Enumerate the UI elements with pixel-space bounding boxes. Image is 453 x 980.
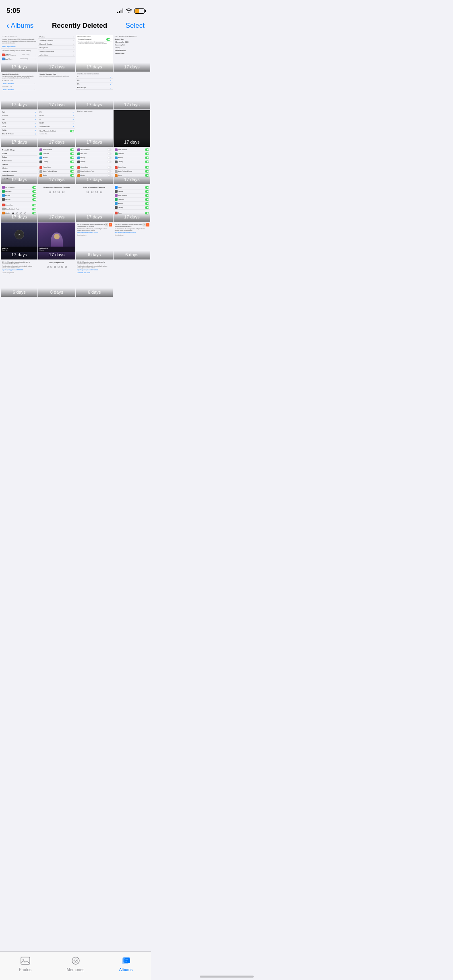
cell-label: 17 days — [1, 63, 37, 72]
photo-cell[interactable]: iOS 11.2.2 provides a security update an… — [114, 222, 150, 259]
photo-cell[interactable]: ONLY ALLOW THESE WEBSITES: 9+✓ 12+✓ 17+✓… — [76, 72, 113, 109]
cell-label: 17 days — [76, 63, 113, 72]
cell-label: 17 days — [38, 213, 75, 222]
photo-cell[interactable]: Trinidad & Tobago Tunisia Turkey Turkmen… — [1, 148, 37, 184]
photo-cell[interactable]: ONLY ALLOW THESE WEBSITES: Apple – Start… — [114, 35, 150, 72]
photo-grid: LOCATION SERVICES Location Services uses… — [0, 35, 151, 297]
photo-cell[interactable]: Safari Camera Siri & — [114, 185, 150, 222]
cell-label: 17 days — [76, 213, 113, 222]
photo-cell[interactable]: LOCATION SERVICES Location Services uses… — [1, 35, 37, 72]
photo-cell[interactable]: Siri & Dictation FaceTime — [114, 148, 150, 184]
back-chevron-icon: ‹ — [6, 21, 9, 30]
back-label: Albums — [11, 22, 34, 30]
photo-cell[interactable]: Siri & Dictation FaceTime — [76, 148, 113, 184]
photo-cell[interactable]: Siri & Dictation FaceTime — [1, 185, 37, 222]
photo-cell[interactable]: 17 days — [114, 72, 150, 109]
cell-label: 17 days — [76, 101, 113, 109]
status-icons — [117, 8, 145, 14]
cell-label: 17 days — [38, 175, 75, 184]
photo-cell[interactable]: New Music Playlists 17 days — [38, 222, 75, 259]
cell-label: 6 days — [114, 251, 150, 259]
cell-label: 6 days — [1, 288, 37, 297]
cell-label: 17 days — [114, 175, 150, 184]
photo-cell[interactable]: Enter a Restrictions Passcode 17 days — [76, 185, 113, 222]
photo-cell[interactable]: Siri & Dictation FaceTime — [38, 148, 75, 184]
photo-cell[interactable]: iOS 11.2.2 provides a security update an… — [76, 260, 113, 297]
photo-cell[interactable]: TV-Y✓ TV-Y7-FV✓ TV-G✓ TV-PG✓ TV-14✓ TV-M… — [1, 110, 37, 147]
photo-cell[interactable] — [114, 260, 150, 297]
select-button[interactable]: Select — [126, 22, 145, 30]
photo-cell[interactable]: Allow Siri to search content... 17 days — [76, 110, 113, 147]
cell-label: 17 days — [1, 101, 37, 109]
cell-label: 17 days — [1, 213, 37, 222]
photo-cell[interactable]: Photos› Share My Location› Bluetooth Sha… — [38, 35, 75, 72]
cell-label: 17 days — [38, 63, 75, 72]
cell-label: 17 days — [38, 138, 75, 147]
photo-cell[interactable]: FREE DOWNLOADS Require Password Your fre… — [76, 35, 113, 72]
page-title: Recently Deleted — [52, 22, 107, 30]
photo-cell[interactable]: PG✓ PG-13✓ R✓ NC-17✓ Allow All Movies✓ S… — [38, 110, 75, 147]
cell-label: 17 days — [1, 251, 37, 259]
wifi-icon — [126, 8, 132, 13]
status-time: 5:05 — [6, 7, 20, 15]
cell-label: 6 days — [76, 251, 113, 259]
photo-cell[interactable]: iOS 11.2.2 provides a security update an… — [1, 260, 37, 297]
photo-cell[interactable]: LA Beats 1 Radio Sta... 17 days — [1, 222, 37, 259]
status-bar: 5:05 — [0, 0, 151, 18]
cell-label: 17 days — [1, 175, 37, 184]
cell-label: 17 days — [76, 175, 113, 184]
photo-cell[interactable]: iOS 11.2.2 provides a security update an… — [76, 222, 113, 259]
photo-grid-container: LOCATION SERVICES Location Services uses… — [0, 35, 151, 337]
battery-icon — [134, 8, 145, 14]
cell-label: 17 days — [114, 63, 150, 72]
cell-label: 6 days — [38, 288, 75, 297]
cell-label: 17 days — [114, 101, 150, 109]
cell-label: 17 days — [114, 213, 150, 222]
photo-cell[interactable]: Specific Websites Only Limit access to m… — [1, 72, 37, 109]
photo-cell[interactable]: Specific Websites Only Allow Siri to sea… — [38, 72, 75, 109]
photo-cell[interactable]: Enter your passcode 6 days — [38, 260, 75, 297]
cell-label: 17 days — [38, 101, 75, 109]
cell-label: 17 days — [38, 251, 75, 259]
cell-label: 17 days — [114, 138, 150, 147]
signal-icon — [117, 8, 123, 13]
cell-label: 6 days — [76, 288, 113, 297]
nav-bar: ‹ Albums Recently Deleted Select — [0, 18, 151, 35]
photo-cell[interactable]: 17 days — [114, 110, 150, 147]
cell-label: 17 days — [76, 138, 113, 147]
cell-label: 17 days — [1, 138, 37, 147]
back-button[interactable]: ‹ Albums — [6, 21, 33, 30]
photo-cell[interactable]: Re-enter your Restrictions Passcode 17 d… — [38, 185, 75, 222]
